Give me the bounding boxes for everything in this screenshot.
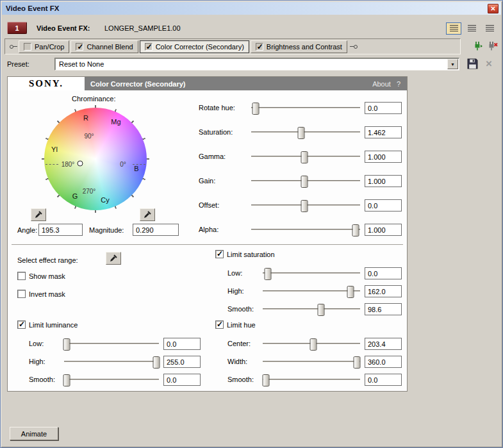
brightness-contrast-checkbox[interactable]: [256, 43, 263, 51]
limit-hue-width-slider[interactable]: [263, 361, 360, 363]
saturation-thumb[interactable]: [298, 127, 305, 139]
wheel-label-r: R: [83, 114, 88, 122]
limit-hue-center-thumb[interactable]: [310, 338, 317, 351]
low-label: Low:: [227, 269, 242, 277]
tab-label: Brightness and Contrast: [267, 43, 342, 51]
tab-channel-blend[interactable]: Channel Blend: [70, 40, 138, 53]
limit-saturation-low-thumb[interactable]: [264, 268, 271, 280]
alpha-row: Alpha:: [8, 224, 408, 236]
rotate-hue-value[interactable]: [365, 102, 402, 114]
smooth-label: Smooth:: [227, 305, 254, 313]
tab-label: Color Corrector (Secondary): [156, 43, 244, 51]
tab-brightness-and-contrast[interactable]: Brightness and Contrast: [251, 40, 347, 53]
gain-value[interactable]: [365, 175, 402, 187]
titlebar[interactable]: Video Event FX ✕: [2, 2, 501, 15]
limit-hue-checkbox[interactable]: [215, 320, 224, 329]
about-link[interactable]: About: [372, 80, 391, 88]
channel-blend-checkbox[interactable]: [76, 43, 83, 51]
high-label: High:: [227, 287, 244, 295]
event-name: LONGER_SAMPLE1.00: [104, 24, 181, 32]
limit-saturation-smooth-slider[interactable]: [263, 308, 360, 310]
preset-value: Reset to None: [55, 60, 447, 68]
select-effect-range-label: Select effect range:: [17, 256, 78, 264]
tab-pan-crop[interactable]: Pan/Crop: [19, 40, 69, 53]
plugin-content: Chrominance: R Mg Yl B G Cy 90° 180° 0° …: [8, 90, 407, 391]
limit-saturation-checkbox[interactable]: [215, 250, 224, 258]
limit-hue-smooth-thumb[interactable]: [262, 374, 269, 386]
limit-hue-center-value[interactable]: [365, 338, 402, 350]
limit-saturation-high-thumb[interactable]: [347, 286, 354, 298]
effect-range-eyedropper-button[interactable]: [106, 252, 121, 265]
chevron-down-icon[interactable]: ▼: [447, 59, 458, 69]
insert-plugin-icon[interactable]: [472, 40, 484, 52]
layout-list-button[interactable]: [446, 22, 461, 35]
gain-row: Gain:: [8, 175, 408, 188]
gamma-thumb[interactable]: [301, 151, 308, 163]
save-preset-icon[interactable]: [467, 58, 479, 70]
limit-hue-width-thumb[interactable]: [354, 356, 361, 369]
fx-chain-strip: Pan/Crop Channel Blend Color Corrector (…: [4, 38, 461, 54]
wheel-label-b: B: [134, 165, 138, 172]
offset-label: Offset:: [199, 201, 219, 209]
chain-index-label: 1: [15, 24, 19, 32]
limit-saturation-smooth-value[interactable]: [365, 303, 402, 315]
limit-saturation-low-slider[interactable]: [263, 272, 360, 274]
help-icon[interactable]: ?: [397, 80, 400, 88]
gamma-label: Gamma:: [199, 153, 226, 160]
limit-hue-smooth-value[interactable]: [365, 374, 402, 386]
window-title: Video Event FX: [6, 4, 488, 12]
remove-plugin-icon[interactable]: [487, 40, 499, 52]
alpha-value[interactable]: [365, 224, 402, 236]
delete-preset-icon[interactable]: ✕: [484, 58, 494, 69]
limit-hue-center-row: Center:: [8, 338, 408, 351]
limit-saturation-smooth-thumb[interactable]: [318, 304, 325, 316]
tab-label: Pan/Crop: [35, 43, 64, 51]
offset-value[interactable]: [365, 199, 402, 212]
chain-index-button[interactable]: 1: [7, 22, 27, 34]
close-icon[interactable]: ✕: [488, 4, 499, 13]
axis-dash-right: [133, 164, 145, 165]
limit-saturation-low-value[interactable]: [365, 267, 402, 279]
layout-detail-button[interactable]: [464, 22, 479, 35]
rotate-hue-slider[interactable]: [251, 107, 360, 109]
alpha-thumb[interactable]: [352, 224, 359, 236]
section-divider: [12, 244, 403, 245]
wheel-label-mg: Mg: [111, 118, 120, 126]
gamma-value[interactable]: [365, 151, 402, 163]
limit-hue-row: Limit hue: [215, 320, 256, 329]
alpha-slider[interactable]: [251, 229, 360, 231]
saturation-slider[interactable]: [251, 131, 360, 133]
offset-row: Offset:: [8, 199, 408, 212]
limit-hue-smooth-row: Smooth:: [8, 374, 408, 386]
saturation-row: Saturation:: [8, 126, 408, 139]
animate-button[interactable]: Animate: [10, 427, 58, 440]
plugin-title: Color Corrector (Secondary): [85, 80, 372, 88]
offset-slider[interactable]: [251, 204, 360, 206]
pan-crop-checkbox[interactable]: [24, 43, 31, 51]
video-event-fx-window: Video Event FX ✕ 1 Video Event FX: LONGE…: [0, 0, 503, 448]
limit-hue-smooth-slider[interactable]: [263, 379, 360, 381]
preset-dropdown[interactable]: Reset to None ▼: [54, 58, 459, 71]
rotate-hue-thumb[interactable]: [252, 103, 259, 115]
toolbar-label: Video Event FX:: [37, 24, 90, 32]
tab-color-corrector-secondary[interactable]: Color Corrector (Secondary): [140, 40, 249, 53]
saturation-value[interactable]: [365, 126, 402, 138]
gamma-slider[interactable]: [251, 156, 360, 158]
limit-luminance-label: Limit luminance: [29, 321, 78, 329]
color-corrector-checkbox[interactable]: [145, 43, 153, 51]
limit-luminance-checkbox[interactable]: [17, 320, 26, 329]
offset-thumb[interactable]: [301, 200, 308, 212]
chain-node-right-icon: [350, 45, 358, 49]
limit-luminance-row: Limit luminance: [17, 320, 78, 329]
eyedropper-icon: [109, 254, 118, 263]
gain-thumb[interactable]: [301, 176, 308, 188]
limit-hue-width-value[interactable]: [365, 356, 402, 368]
limit-saturation-high-value[interactable]: [365, 285, 402, 297]
list-icon: [450, 25, 458, 32]
rotate-hue-row: Rotate hue:: [8, 102, 408, 115]
limit-saturation-label: Limit saturation: [227, 251, 275, 258]
gain-slider[interactable]: [251, 180, 360, 182]
layout-grid-button[interactable]: [482, 22, 497, 35]
limit-hue-center-slider[interactable]: [263, 343, 360, 345]
limit-saturation-high-slider[interactable]: [263, 290, 360, 292]
